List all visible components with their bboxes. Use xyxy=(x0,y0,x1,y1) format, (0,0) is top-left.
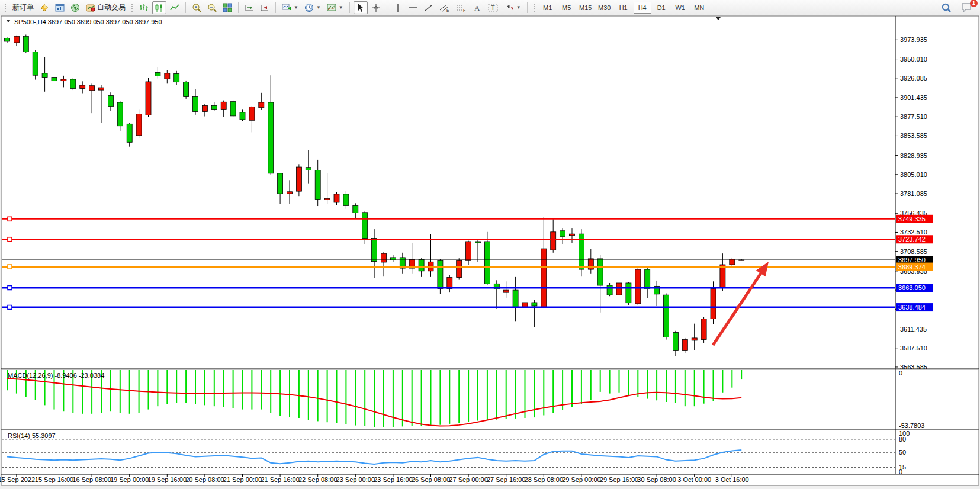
time-tick-label: 21 Sep 16:00 xyxy=(261,476,299,483)
candle-body xyxy=(108,96,113,107)
candle-body xyxy=(372,239,377,262)
hline-handle[interactable] xyxy=(8,285,12,289)
candle-body xyxy=(645,269,650,289)
candle-body xyxy=(616,283,622,295)
time-tick-label: 15 Sep 2022 xyxy=(0,476,35,483)
candle-body xyxy=(306,168,311,170)
candle-body xyxy=(202,105,207,111)
candle-body xyxy=(287,192,293,194)
candle-body xyxy=(673,332,678,350)
price-tick-label: 3828.935 xyxy=(900,152,927,159)
chart-header: SP500-,H4 3697.050 3699.050 3697.050 369… xyxy=(14,18,162,25)
candle-body xyxy=(211,105,217,109)
candle-body xyxy=(259,102,264,108)
hline-handle[interactable] xyxy=(8,217,12,221)
time-tick-label: 27 Sep 16:00 xyxy=(487,476,525,483)
candle-body xyxy=(278,173,283,194)
time-tick-label: 19 Sep 00:00 xyxy=(110,476,149,483)
price-tick-label: 3973.935 xyxy=(900,36,927,43)
time-tick-label: 3 Oct 16:00 xyxy=(715,476,749,483)
time-tick-label: 21 Sep 00:00 xyxy=(223,476,262,483)
time-tick-label: 20 Sep 08:00 xyxy=(185,476,224,483)
price-tag-label: 3663.050 xyxy=(898,284,926,291)
candle-body xyxy=(184,82,189,97)
time-tick-label: 3 Oct 00:00 xyxy=(677,476,711,483)
price-tick-label: 3611.435 xyxy=(900,326,927,333)
candle-body xyxy=(155,72,160,76)
candle-body xyxy=(711,288,716,319)
candle-body xyxy=(315,170,320,199)
price-tick-label: 3805.010 xyxy=(900,171,927,178)
rsi-label: RSI(14) 55.3097 xyxy=(8,432,56,439)
candle-body xyxy=(353,205,358,213)
candle-body xyxy=(268,102,274,173)
candle-body xyxy=(42,73,47,78)
candle-body xyxy=(249,107,255,120)
candle-body xyxy=(324,198,330,200)
time-tick-label: 23 Sep 00:00 xyxy=(336,476,375,483)
candle-body xyxy=(588,259,593,269)
hline-handle[interactable] xyxy=(8,305,12,310)
candle-body xyxy=(560,231,565,237)
candle-body xyxy=(33,52,38,75)
candle-body xyxy=(70,79,76,88)
candle-body xyxy=(193,97,198,112)
candle-body xyxy=(165,73,170,79)
time-tick-label: 28 Sep 08:00 xyxy=(525,476,563,483)
candle-body xyxy=(475,242,481,243)
candle-body xyxy=(296,167,301,191)
time-tick-label: 23 Sep 16:00 xyxy=(374,476,412,483)
candle-body xyxy=(607,285,612,295)
time-tick-label: 19 Sep 16:00 xyxy=(148,476,187,483)
candle-body xyxy=(5,38,10,41)
candle-body xyxy=(23,36,28,52)
time-tick-label: 27 Sep 00:00 xyxy=(449,476,487,483)
candle-body xyxy=(720,265,725,287)
candle-body xyxy=(570,234,575,236)
rsi-axis-label: 80 xyxy=(899,436,906,443)
candle-body xyxy=(513,290,518,308)
time-tick-label: 30 Sep 08:00 xyxy=(637,476,676,483)
price-tick-label: 3901.435 xyxy=(900,94,927,101)
price-tag-label: 3689.374 xyxy=(898,263,926,271)
macd-label: MACD(12,26,9) -8.9406 -23.0384 xyxy=(8,372,104,379)
time-tick-label: 26 Sep 08:00 xyxy=(412,476,450,483)
candle-body xyxy=(692,338,697,340)
price-tick-label: 3950.010 xyxy=(900,56,927,63)
time-axis[interactable]: 15 Sep 202215 Sep 16:0016 Sep 08:0019 Se… xyxy=(0,474,749,483)
macd-axis-min: -53.7803 xyxy=(899,422,924,429)
hline-handle[interactable] xyxy=(8,237,12,242)
candle-body xyxy=(146,82,151,115)
candle-body xyxy=(52,78,57,81)
candle-body xyxy=(484,242,490,284)
candle-body xyxy=(541,249,547,307)
candle-body xyxy=(551,232,556,250)
rsi-axis-label: 50 xyxy=(899,449,906,456)
price-tick-label: 3926.085 xyxy=(900,75,927,82)
candle-body xyxy=(664,295,669,337)
candle-body xyxy=(701,319,706,340)
candle-body xyxy=(503,290,509,292)
candle-body xyxy=(174,73,179,82)
candle-body xyxy=(626,283,631,303)
candle-body xyxy=(61,79,66,81)
candle-body xyxy=(457,260,462,277)
candle-body xyxy=(635,269,641,304)
time-tick-label: 16 Sep 08:00 xyxy=(72,476,111,483)
candle-body xyxy=(597,259,603,285)
rsi-axis-label: 0 xyxy=(899,468,902,475)
hline-handle[interactable] xyxy=(8,265,12,269)
candle-body xyxy=(682,340,687,351)
chart-window[interactable]: 3973.9353950.0103926.0853901.4353877.510… xyxy=(0,0,980,489)
price-tag-label: 3723.742 xyxy=(898,236,926,243)
candle-body xyxy=(240,112,245,120)
time-tick-label: 15 Sep 16:00 xyxy=(35,476,73,483)
price-tick-label: 3587.510 xyxy=(900,345,927,352)
candle-body xyxy=(117,102,123,126)
time-tick-label: 29 Sep 00:00 xyxy=(562,476,600,483)
candle-body xyxy=(362,213,368,239)
candle-body xyxy=(99,88,104,90)
candle-body xyxy=(466,242,471,260)
time-tick-label: 22 Sep 08:00 xyxy=(298,476,337,483)
price-tick-label: 3877.510 xyxy=(900,113,927,120)
